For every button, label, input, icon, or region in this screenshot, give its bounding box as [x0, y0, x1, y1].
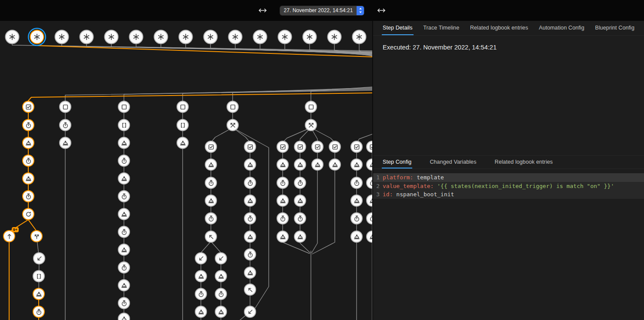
tab-changed-variables[interactable]: Changed Variables	[429, 156, 477, 168]
arrow-bl-node[interactable]	[195, 252, 207, 264]
bell-node[interactable]	[294, 158, 306, 171]
bell-node[interactable]	[22, 172, 34, 185]
tab-related-logbook-entries[interactable]: Related logbook entries	[494, 156, 554, 168]
asterisk-node[interactable]	[228, 30, 243, 44]
checkbox-node[interactable]	[294, 141, 306, 153]
square-node[interactable]	[59, 101, 71, 113]
bell-node[interactable]	[244, 267, 256, 279]
bell-node[interactable]	[118, 244, 130, 256]
timer-node[interactable]	[205, 212, 217, 224]
brackets-node[interactable]	[118, 119, 130, 131]
bell-node[interactable]	[244, 231, 256, 243]
asterisk-node[interactable]	[303, 30, 317, 44]
checkbox-node[interactable]	[244, 141, 256, 153]
bell-node[interactable]	[215, 270, 227, 282]
asterisk-node[interactable]	[55, 30, 69, 44]
asterisk-node[interactable]	[352, 30, 367, 44]
choose-node[interactable]	[227, 119, 239, 131]
timer-node[interactable]	[294, 212, 306, 224]
checkbox-node[interactable]	[350, 141, 363, 153]
tab-blueprint-config[interactable]: Blueprint Config	[594, 21, 635, 35]
timer-node[interactable]	[366, 177, 372, 189]
square-node[interactable]	[118, 101, 130, 113]
bell-node[interactable]	[118, 208, 130, 220]
arrow-up-node[interactable]: 9+	[3, 230, 15, 242]
refresh-node[interactable]	[22, 208, 34, 220]
previous-run-button[interactable]	[257, 6, 269, 15]
timer-node[interactable]	[118, 190, 130, 202]
arrow-tl-node[interactable]	[205, 231, 217, 243]
tab-step-config[interactable]: Step Config	[382, 156, 412, 168]
timer-node[interactable]	[22, 155, 34, 167]
bell-node[interactable]	[244, 158, 256, 171]
asterisk-node[interactable]	[204, 30, 218, 44]
asterisk-node[interactable]	[129, 30, 143, 44]
bell-node[interactable]	[244, 195, 256, 207]
timer-node[interactable]	[277, 212, 289, 224]
square-node[interactable]	[227, 101, 239, 113]
timer-node[interactable]	[277, 177, 289, 189]
timer-node[interactable]	[118, 261, 130, 274]
choose-node[interactable]	[305, 119, 317, 131]
bell-node[interactable]	[277, 195, 289, 207]
checkbox-node[interactable]	[277, 141, 289, 153]
asterisk-node[interactable]	[154, 30, 168, 44]
timer-node[interactable]	[350, 212, 363, 224]
bell-node[interactable]	[118, 172, 130, 185]
timer-node[interactable]	[22, 119, 34, 131]
asterisk-node[interactable]	[253, 30, 267, 44]
square-node[interactable]	[177, 101, 189, 113]
brackets-node[interactable]	[33, 270, 45, 282]
bell-node[interactable]	[277, 158, 289, 171]
timer-node[interactable]	[118, 155, 130, 167]
next-run-button[interactable]	[375, 6, 387, 15]
timer-node[interactable]	[118, 226, 130, 238]
bell-node[interactable]	[277, 231, 289, 243]
asterisk-node[interactable]	[80, 30, 94, 44]
bell-node[interactable]	[294, 195, 306, 207]
run-date-select[interactable]: 27. November 2022, 14:54:21	[280, 6, 364, 15]
timer-node[interactable]	[366, 212, 372, 224]
bell-node[interactable]	[350, 158, 363, 171]
checkbox-node[interactable]	[366, 141, 372, 153]
bell-node[interactable]	[22, 137, 34, 149]
checkbox-node[interactable]	[205, 141, 217, 153]
asterisk-node[interactable]	[30, 30, 44, 44]
bell-node[interactable]	[118, 137, 130, 149]
timer-node[interactable]	[244, 248, 256, 261]
brackets-node[interactable]	[177, 119, 189, 131]
bell-node[interactable]	[294, 231, 306, 243]
bell-node[interactable]	[205, 195, 217, 207]
asterisk-node[interactable]	[278, 30, 292, 44]
checkbox-node[interactable]	[311, 141, 324, 153]
timer-node[interactable]	[215, 288, 227, 300]
bell-node[interactable]	[329, 158, 341, 171]
bell-node[interactable]	[118, 279, 130, 291]
timer-node[interactable]	[294, 177, 306, 189]
timer-node[interactable]	[33, 306, 45, 318]
tab-related-logbook-entries[interactable]: Related logbook entries	[469, 21, 529, 35]
asterisk-node[interactable]	[5, 30, 20, 44]
bell-node[interactable]	[350, 231, 363, 243]
arrow-bl-node[interactable]	[244, 306, 256, 318]
tab-automation-config[interactable]: Automation Config	[538, 21, 585, 35]
arrow-tl-node[interactable]	[244, 284, 256, 296]
bell-node[interactable]	[195, 270, 207, 282]
asterisk-node[interactable]	[104, 30, 119, 44]
asterisk-node[interactable]	[327, 30, 342, 44]
bell-node[interactable]	[366, 231, 372, 243]
timer-node[interactable]	[59, 119, 71, 131]
arrow-bl-node[interactable]	[33, 252, 45, 264]
timer-node[interactable]	[118, 297, 130, 309]
bell-node[interactable]	[195, 306, 207, 318]
timer-node[interactable]	[22, 190, 34, 202]
split-node[interactable]	[30, 230, 43, 242]
timer-node[interactable]	[244, 212, 256, 224]
tab-trace-timeline[interactable]: Trace Timeline	[422, 21, 460, 35]
bell-node[interactable]	[33, 288, 45, 300]
checkbox-node[interactable]	[22, 101, 34, 113]
bell-node[interactable]	[215, 306, 227, 318]
bell-node[interactable]	[366, 158, 372, 171]
bell-node[interactable]	[205, 158, 217, 171]
timer-node[interactable]	[195, 288, 207, 300]
